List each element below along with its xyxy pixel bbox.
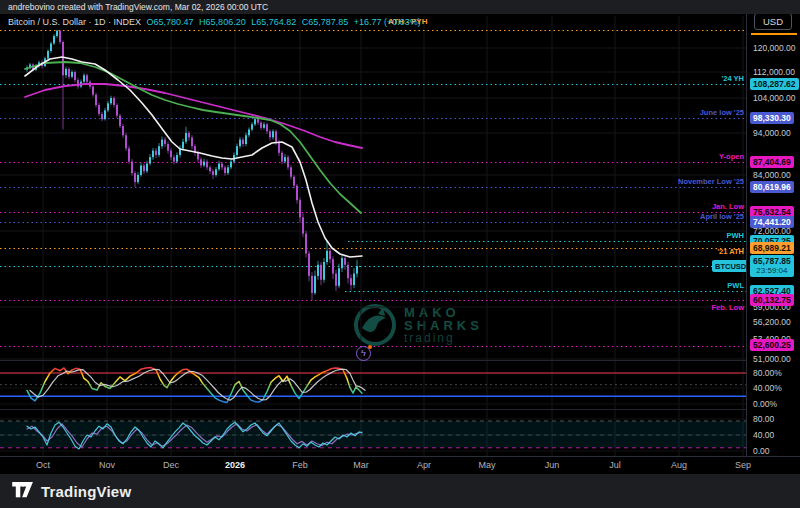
tradingview-snapshot: andrebovino created with TradingView.com… [0, 0, 800, 508]
level-label: April low '25 [700, 212, 744, 221]
time-axis-label: Oct [36, 460, 50, 470]
level-label: Feb. Low [712, 303, 745, 312]
price-scale[interactable]: 120,000.00112,000.00104,000.0094,000.008… [746, 0, 800, 456]
event-notification-dot [368, 345, 372, 349]
scale-tick-label: 80.00% [753, 368, 782, 378]
scale-tick-label: 51,000.00 [753, 354, 791, 364]
scale-tick-label: 84,000.00 [753, 170, 791, 180]
level-label: '21 ATH [717, 247, 744, 256]
time-axis-label: Aug [671, 460, 687, 470]
price-line-symbol-chip: BTCUSD [712, 260, 749, 272]
scale-tick-label: 0.00 [753, 446, 770, 456]
price-level-badge: 52,600.25 [750, 339, 794, 351]
price-chart-canvas[interactable]: '24 YHJune low '25Y-openNovember Low '25… [0, 0, 746, 456]
current-price-value: 65,787.85 [753, 256, 791, 266]
scale-tick-label: 40.00% [753, 383, 782, 393]
scale-tick-label: 120,000.00 [753, 43, 796, 53]
event-marker-icon[interactable]: ϟ [356, 346, 371, 361]
ohlc-open: O65,780.47 [147, 17, 194, 27]
price-level-badge: 68,989.21 [750, 242, 794, 254]
price-level-badge: 60,132.75 [750, 294, 794, 306]
lightning-icon: ϟ [361, 348, 366, 358]
ohlc-high: H65,806.20 [199, 17, 246, 27]
current-price-badge: 65,787.8523:59:04 [750, 255, 794, 277]
scale-tick-label: 94,000.00 [753, 128, 791, 138]
ohlc-change: +16.77 (+0.03%) [354, 17, 421, 27]
price-level-badge: 74,441.20 [750, 216, 794, 228]
scale-tick-label: 0.00% [753, 399, 777, 409]
scale-tick-label: 104,000.00 [753, 93, 796, 103]
symbol-title: Bitcoin / U.S. Dollar · 1D · INDEX [8, 17, 141, 27]
time-axis-label: 2026 [225, 460, 245, 470]
time-axis-label: Dec [163, 460, 179, 470]
level-label: November Low '25 [678, 177, 744, 186]
time-axis-label: Feb [292, 460, 308, 470]
attribution-bar: andrebovino created with TradingView.com… [0, 0, 800, 14]
time-axis-label: Sep [735, 460, 751, 470]
level-label: PWL [727, 281, 744, 290]
tradingview-logo-icon[interactable] [12, 482, 34, 500]
level-label: Y-open [719, 152, 744, 161]
level-label: June low '25 [700, 108, 744, 117]
scale-tick-label: 40.00 [753, 430, 774, 440]
time-axis-label: May [478, 460, 495, 470]
price-level-badge: 87,404.69 [750, 156, 794, 168]
time-axis-label: Mar [353, 460, 369, 470]
time-axis-label: Apr [417, 460, 431, 470]
time-axis-label: Jun [545, 460, 560, 470]
scale-accent-underline [751, 33, 797, 35]
scale-tick-label: 56,200.00 [753, 317, 791, 327]
level-label: Jan. Low [712, 202, 744, 211]
ohlc-close: C65,787.85 [302, 17, 349, 27]
scale-tick-label: 112,000.00 [753, 67, 795, 77]
bar-countdown: 23:59:04 [753, 266, 791, 276]
price-level-badge: 80,619.96 [750, 181, 794, 193]
symbol-legend[interactable]: Bitcoin / U.S. Dollar · 1D · INDEX O65,7… [8, 17, 424, 27]
price-level-badge: 108,287.62 [750, 78, 799, 90]
time-axis-label: Nov [99, 460, 115, 470]
scale-tick-label: 80.00 [753, 414, 774, 424]
attribution-text: andrebovino created with TradingView.com… [8, 2, 268, 12]
currency-toggle-button[interactable]: USD [754, 13, 792, 30]
ohlc-low: L65,764.82 [251, 17, 296, 27]
time-axis[interactable]: OctNovDec2026FebMarAprMayJunJulAugSep [0, 456, 800, 474]
price-level-badge: 98,330.30 [750, 112, 794, 124]
tradingview-wordmark[interactable]: TradingView [41, 483, 131, 500]
level-label: '24 YH [722, 74, 745, 83]
level-label: PWH [727, 231, 745, 240]
footer-bar: TradingView [0, 474, 800, 508]
time-axis-label: Jul [609, 460, 621, 470]
